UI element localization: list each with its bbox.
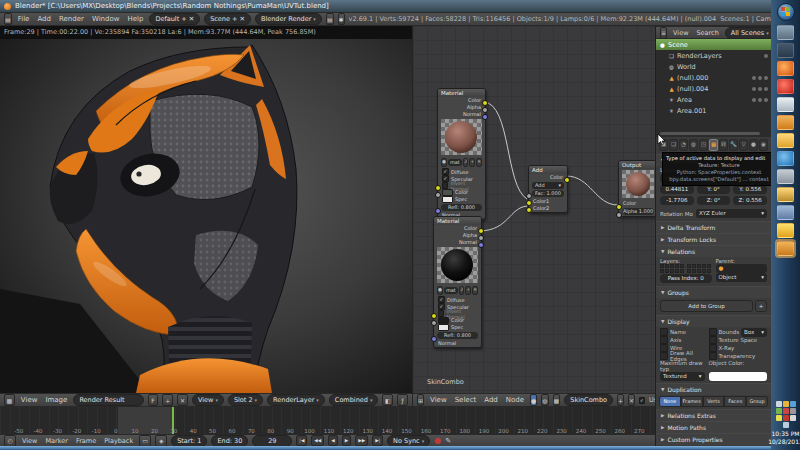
- outliner-menu-search[interactable]: Search: [694, 29, 720, 37]
- location-y-field[interactable]: 0.44811: [660, 185, 694, 194]
- color-input-socket[interactable]: [431, 313, 437, 319]
- tab-modifiers-icon[interactable]: 🔧: [729, 139, 738, 151]
- tl-menu-playback[interactable]: Playback: [102, 437, 135, 445]
- tray-icon-7[interactable]: [776, 415, 782, 421]
- node-title[interactable]: Material: [434, 217, 481, 225]
- material-node-1[interactable]: Material Color Alpha Normal ● mat 2: [437, 88, 486, 220]
- tab-texture-icon[interactable]: ▦: [709, 139, 718, 151]
- display-texture-space-checkbox[interactable]: Texture Space: [709, 336, 767, 344]
- menu-render[interactable]: Render: [57, 15, 86, 23]
- duplication-frames-button[interactable]: Frames: [681, 396, 703, 407]
- spec-input-socket[interactable]: [431, 320, 437, 326]
- outliner-item-scene[interactable]: ●Scene: [656, 39, 771, 50]
- display-xray-checkbox[interactable]: X-Ray: [709, 344, 767, 352]
- display-bounds-checkbox[interactable]: BoundsBox▾: [709, 328, 767, 336]
- location-z-field[interactable]: -1.7706: [660, 196, 694, 205]
- tab-scene-icon[interactable]: ◔: [679, 139, 688, 151]
- tray-network-icon[interactable]: [783, 422, 789, 428]
- display-transparency-checkbox[interactable]: Transparency: [709, 352, 767, 360]
- pass-index-field[interactable]: Pass Index: 0: [660, 274, 712, 283]
- new-image-button[interactable]: +: [162, 394, 173, 406]
- taskbar-image-folder-icon[interactable]: [777, 187, 794, 202]
- panel-delta-transform[interactable]: ▶Delta Transform: [656, 221, 771, 233]
- pivot-icon[interactable]: ◧: [382, 394, 393, 406]
- outliner-type-icon[interactable]: ≡: [660, 27, 667, 39]
- visibility-icon[interactable]: [752, 98, 756, 102]
- taskbar-clock[interactable]: 10:35 PM 10/28/2013: [768, 430, 800, 446]
- tab-material-icon[interactable]: ●: [749, 139, 758, 151]
- node-title[interactable]: Add: [529, 166, 567, 174]
- play-button[interactable]: ▶: [342, 435, 351, 446]
- renderability-icon[interactable]: [764, 87, 768, 91]
- image-datablock[interactable]: Render Result: [73, 394, 143, 406]
- color-input-socket[interactable]: [616, 204, 622, 210]
- color-input-socket[interactable]: [435, 185, 441, 191]
- new-tree-button[interactable]: +: [617, 394, 624, 406]
- node-tree-selector[interactable]: SkinCombo: [564, 394, 613, 406]
- menu-file[interactable]: File: [16, 15, 32, 23]
- normal-input-socket[interactable]: [435, 208, 441, 214]
- window-titlebar[interactable]: Blender* [C:\Users\MX\Desktop\Blends\Pro…: [0, 0, 771, 12]
- reflectivity-slider[interactable]: Refl: 0.800: [441, 204, 482, 211]
- record-button[interactable]: ●: [434, 436, 441, 445]
- scale-y-field[interactable]: Y: 0.556: [733, 185, 767, 194]
- outliner-item-world[interactable]: ◍World: [656, 61, 771, 72]
- camera-restrict-icon[interactable]: [764, 54, 768, 58]
- normal-input-socket[interactable]: [431, 336, 437, 342]
- invert-normal-toggle[interactable]: Invert Normal: [434, 310, 481, 317]
- taskbar-active-capture-app-icon[interactable]: [777, 241, 794, 256]
- timeline-ruler[interactable]: -50-40-30-20-100102030405060708090100110…: [0, 407, 655, 434]
- image-editor-type-icon[interactable]: ▩: [4, 394, 15, 406]
- node-menu-node[interactable]: Node: [504, 396, 526, 404]
- prev-keyframe-button[interactable]: ◀◀: [311, 435, 324, 446]
- taskbar-folder-icon[interactable]: [777, 133, 794, 148]
- tab-render-layers-icon[interactable]: ❏: [669, 139, 678, 151]
- factor-slider[interactable]: Fac: 1.000: [532, 190, 564, 197]
- display-axis-checkbox[interactable]: Axis: [660, 336, 705, 344]
- jump-start-button[interactable]: |◀: [296, 435, 307, 446]
- blend-mode-dropdown[interactable]: Add▾: [532, 182, 564, 189]
- panel-motion-paths[interactable]: ▶Motion Paths: [656, 421, 771, 433]
- visibility-icon[interactable]: [752, 76, 756, 80]
- timeline-editor-type-icon[interactable]: ◴: [4, 435, 16, 447]
- diffuse-toggle[interactable]: ✓Diffuse: [438, 168, 485, 175]
- alpha-slider[interactable]: Alpha 1.000: [622, 208, 654, 215]
- outliner-item-null-004[interactable]: ▲(null).004: [656, 83, 771, 94]
- editor-type-icon[interactable]: ▤: [4, 13, 12, 25]
- unlink-tree-button[interactable]: ✕: [628, 394, 635, 406]
- current-frame-field[interactable]: 29: [252, 435, 292, 447]
- tab-object-icon[interactable]: ◳: [699, 139, 708, 151]
- panel-groups[interactable]: ▼Groups: [656, 286, 771, 298]
- panel-transform-locks[interactable]: ▶Transform Locks: [656, 233, 771, 245]
- taskbar-internet-explorer-icon[interactable]: [777, 151, 794, 166]
- slot-dropdown[interactable]: Slot 2▾: [228, 394, 263, 406]
- panel-custom-properties[interactable]: ▶Custom Properties: [656, 433, 771, 445]
- node-title[interactable]: Output: [619, 161, 657, 169]
- color-output-socket[interactable]: [564, 177, 570, 183]
- scale-z-field[interactable]: Z: 0.556: [733, 196, 767, 205]
- outliner-item-area-001[interactable]: ☀Area.001: [656, 105, 771, 116]
- start-frame-field[interactable]: Start: 1: [171, 435, 207, 447]
- outliner-scrollbar[interactable]: [660, 132, 760, 135]
- material-datablock[interactable]: ● mat 2 + ✕: [434, 285, 481, 296]
- object-color-swatch[interactable]: [709, 372, 767, 381]
- duplication-none-button[interactable]: None: [659, 396, 681, 407]
- jump-end-button[interactable]: ▶|: [372, 435, 383, 446]
- outliner-scope-dropdown[interactable]: All Scenes▾: [725, 27, 775, 39]
- outliner-item-null-000[interactable]: ▲(null).000: [656, 72, 771, 83]
- unlink-image-button[interactable]: ✕: [177, 394, 188, 406]
- parent-field[interactable]: ●: [716, 264, 768, 273]
- taskbar-media-app-icon[interactable]: [777, 43, 794, 58]
- render-layer-dropdown[interactable]: RenderLayer▾: [267, 394, 325, 406]
- new-material-button[interactable]: +: [469, 158, 475, 167]
- tray-icon-1[interactable]: [776, 401, 782, 407]
- fake-user-button[interactable]: F: [148, 394, 159, 406]
- next-keyframe-button[interactable]: ▶▶: [355, 435, 368, 446]
- taskbar-cursor-tool-icon[interactable]: [777, 97, 794, 112]
- keying-set-icon[interactable]: ✎: [445, 437, 451, 445]
- node-editor-type-icon[interactable]: ⊞: [417, 394, 424, 406]
- new-material-button[interactable]: +: [465, 286, 471, 295]
- tab-object-data-icon[interactable]: ▽: [739, 139, 748, 151]
- preview-range-icon[interactable]: ▭: [139, 435, 151, 447]
- mix-node[interactable]: Add Color Add▾ Fac: 1.000 Color1 Color2: [528, 165, 568, 213]
